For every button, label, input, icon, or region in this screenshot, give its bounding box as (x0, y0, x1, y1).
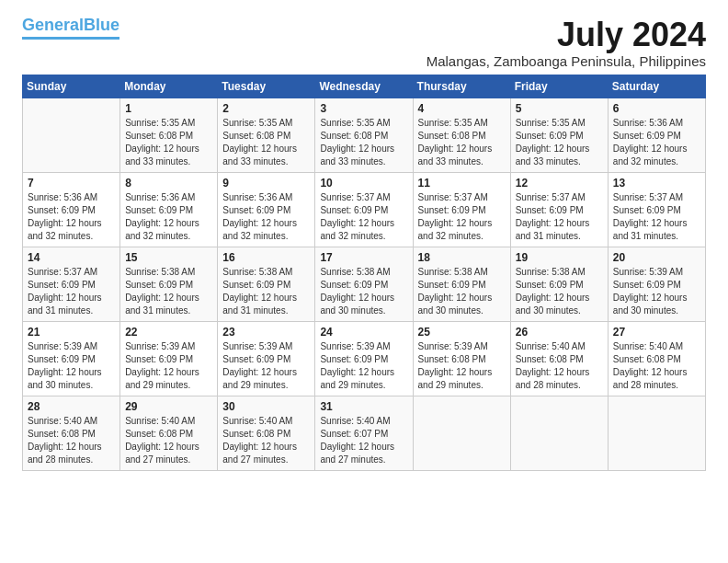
day-number: 12 (516, 177, 603, 190)
cell-text: Sunrise: 5:35 AM Sunset: 6:08 PM Dayligh… (125, 117, 212, 168)
day-number: 17 (320, 251, 407, 264)
cell-text: Sunrise: 5:36 AM Sunset: 6:09 PM Dayligh… (28, 191, 115, 243)
calendar-cell: 27Sunrise: 5:40 AM Sunset: 6:08 PM Dayli… (608, 321, 705, 396)
day-number: 14 (28, 251, 115, 264)
calendar-cell: 3Sunrise: 5:35 AM Sunset: 6:08 PM Daylig… (315, 98, 413, 172)
cell-text: Sunrise: 5:39 AM Sunset: 6:09 PM Dayligh… (28, 340, 115, 392)
calendar-cell: 10Sunrise: 5:37 AM Sunset: 6:09 PM Dayli… (315, 172, 413, 247)
calendar-header-cell: Friday (510, 75, 608, 98)
day-number: 4 (418, 102, 506, 115)
day-number: 8 (125, 177, 212, 190)
cell-text: Sunrise: 5:35 AM Sunset: 6:09 PM Dayligh… (516, 117, 603, 168)
day-number: 6 (613, 102, 700, 115)
calendar-header-cell: Tuesday (218, 75, 315, 98)
cell-text: Sunrise: 5:39 AM Sunset: 6:09 PM Dayligh… (125, 340, 212, 392)
calendar-cell: 28Sunrise: 5:40 AM Sunset: 6:08 PM Dayli… (23, 396, 120, 470)
cell-text: Sunrise: 5:37 AM Sunset: 6:09 PM Dayligh… (418, 191, 506, 243)
cell-text: Sunrise: 5:39 AM Sunset: 6:09 PM Dayligh… (320, 340, 407, 392)
day-number: 20 (613, 251, 700, 264)
logo: GeneralBlue (22, 17, 119, 40)
day-number: 2 (222, 102, 310, 115)
day-number: 23 (222, 326, 310, 339)
page: GeneralBlue July 2024 Malangas, Zamboang… (0, 0, 728, 480)
day-number: 27 (613, 326, 700, 339)
calendar-header-cell: Thursday (413, 75, 510, 98)
logo-blue: Blue (84, 16, 119, 34)
day-number: 5 (516, 102, 603, 115)
calendar-cell: 26Sunrise: 5:40 AM Sunset: 6:08 PM Dayli… (510, 321, 608, 396)
logo-general: General (22, 16, 84, 34)
logo-underline (22, 37, 119, 40)
day-number: 29 (125, 400, 212, 413)
calendar-header-row: SundayMondayTuesdayWednesdayThursdayFrid… (23, 75, 706, 98)
calendar-cell (608, 396, 705, 470)
cell-text: Sunrise: 5:39 AM Sunset: 6:09 PM Dayligh… (222, 340, 310, 392)
calendar-cell: 15Sunrise: 5:38 AM Sunset: 6:09 PM Dayli… (120, 247, 218, 321)
calendar-cell: 11Sunrise: 5:37 AM Sunset: 6:09 PM Dayli… (413, 172, 510, 247)
day-number: 18 (418, 251, 506, 264)
title-section: July 2024 Malangas, Zamboanga Peninsula,… (427, 17, 706, 69)
cell-text: Sunrise: 5:40 AM Sunset: 6:08 PM Dayligh… (125, 415, 212, 466)
month-title: July 2024 (427, 17, 706, 53)
day-number: 21 (28, 326, 115, 339)
calendar-cell: 23Sunrise: 5:39 AM Sunset: 6:09 PM Dayli… (218, 321, 315, 396)
calendar-cell: 5Sunrise: 5:35 AM Sunset: 6:09 PM Daylig… (510, 98, 608, 172)
calendar-cell: 17Sunrise: 5:38 AM Sunset: 6:09 PM Dayli… (315, 247, 413, 321)
header: GeneralBlue July 2024 Malangas, Zamboang… (22, 17, 706, 69)
cell-text: Sunrise: 5:40 AM Sunset: 6:07 PM Dayligh… (320, 415, 407, 466)
calendar-cell: 1Sunrise: 5:35 AM Sunset: 6:08 PM Daylig… (120, 98, 218, 172)
calendar-cell: 7Sunrise: 5:36 AM Sunset: 6:09 PM Daylig… (23, 172, 120, 247)
day-number: 16 (222, 251, 310, 264)
day-number: 13 (613, 177, 700, 190)
cell-text: Sunrise: 5:37 AM Sunset: 6:09 PM Dayligh… (516, 191, 603, 243)
calendar-cell (510, 396, 608, 470)
cell-text: Sunrise: 5:39 AM Sunset: 6:08 PM Dayligh… (418, 340, 506, 392)
calendar-header-cell: Monday (120, 75, 218, 98)
cell-text: Sunrise: 5:38 AM Sunset: 6:09 PM Dayligh… (222, 266, 310, 317)
cell-text: Sunrise: 5:36 AM Sunset: 6:09 PM Dayligh… (125, 191, 212, 243)
cell-text: Sunrise: 5:36 AM Sunset: 6:09 PM Dayligh… (222, 191, 310, 243)
day-number: 9 (222, 177, 310, 190)
day-number: 30 (222, 400, 310, 413)
cell-text: Sunrise: 5:39 AM Sunset: 6:09 PM Dayligh… (613, 266, 700, 317)
calendar-cell: 31Sunrise: 5:40 AM Sunset: 6:07 PM Dayli… (315, 396, 413, 470)
cell-text: Sunrise: 5:35 AM Sunset: 6:08 PM Dayligh… (320, 117, 407, 168)
calendar-cell: 22Sunrise: 5:39 AM Sunset: 6:09 PM Dayli… (120, 321, 218, 396)
day-number: 15 (125, 251, 212, 264)
calendar-cell: 18Sunrise: 5:38 AM Sunset: 6:09 PM Dayli… (413, 247, 510, 321)
cell-text: Sunrise: 5:38 AM Sunset: 6:09 PM Dayligh… (516, 266, 603, 317)
cell-text: Sunrise: 5:35 AM Sunset: 6:08 PM Dayligh… (222, 117, 310, 168)
cell-text: Sunrise: 5:38 AM Sunset: 6:09 PM Dayligh… (125, 266, 212, 317)
calendar-cell: 8Sunrise: 5:36 AM Sunset: 6:09 PM Daylig… (120, 172, 218, 247)
calendar-cell: 13Sunrise: 5:37 AM Sunset: 6:09 PM Dayli… (608, 172, 705, 247)
day-number: 10 (320, 177, 407, 190)
calendar-cell: 24Sunrise: 5:39 AM Sunset: 6:09 PM Dayli… (315, 321, 413, 396)
calendar-week-row: 28Sunrise: 5:40 AM Sunset: 6:08 PM Dayli… (23, 396, 706, 470)
calendar-cell: 14Sunrise: 5:37 AM Sunset: 6:09 PM Dayli… (23, 247, 120, 321)
calendar-cell: 29Sunrise: 5:40 AM Sunset: 6:08 PM Dayli… (120, 396, 218, 470)
calendar-body: 1Sunrise: 5:35 AM Sunset: 6:08 PM Daylig… (23, 98, 706, 470)
cell-text: Sunrise: 5:37 AM Sunset: 6:09 PM Dayligh… (320, 191, 407, 243)
day-number: 3 (320, 102, 407, 115)
calendar-header-cell: Sunday (23, 75, 120, 98)
day-number: 1 (125, 102, 212, 115)
cell-text: Sunrise: 5:40 AM Sunset: 6:08 PM Dayligh… (516, 340, 603, 392)
cell-text: Sunrise: 5:38 AM Sunset: 6:09 PM Dayligh… (320, 266, 407, 317)
day-number: 26 (516, 326, 603, 339)
calendar-week-row: 7Sunrise: 5:36 AM Sunset: 6:09 PM Daylig… (23, 172, 706, 247)
calendar-cell: 25Sunrise: 5:39 AM Sunset: 6:08 PM Dayli… (413, 321, 510, 396)
logo-text: GeneralBlue (22, 17, 119, 35)
day-number: 11 (418, 177, 506, 190)
calendar-cell: 6Sunrise: 5:36 AM Sunset: 6:09 PM Daylig… (608, 98, 705, 172)
calendar-header-cell: Wednesday (315, 75, 413, 98)
cell-text: Sunrise: 5:36 AM Sunset: 6:09 PM Dayligh… (613, 117, 700, 168)
day-number: 25 (418, 326, 506, 339)
cell-text: Sunrise: 5:38 AM Sunset: 6:09 PM Dayligh… (418, 266, 506, 317)
day-number: 22 (125, 326, 212, 339)
day-number: 31 (320, 400, 407, 413)
calendar-cell (413, 396, 510, 470)
calendar-cell: 16Sunrise: 5:38 AM Sunset: 6:09 PM Dayli… (218, 247, 315, 321)
calendar-cell: 2Sunrise: 5:35 AM Sunset: 6:08 PM Daylig… (218, 98, 315, 172)
calendar-header-cell: Saturday (608, 75, 705, 98)
calendar-week-row: 14Sunrise: 5:37 AM Sunset: 6:09 PM Dayli… (23, 247, 706, 321)
